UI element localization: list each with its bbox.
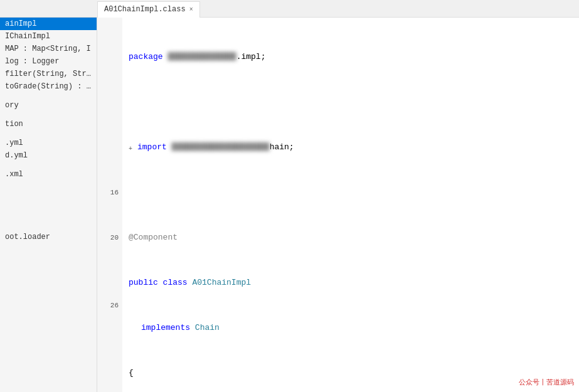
tab-bar: A01ChainImpl.class ×	[0, 0, 579, 18]
sidebar-item-dyml[interactable]: d.yml	[0, 149, 97, 162]
sidebar: ainImpl IChainImpl MAP : Map<String, I l…	[0, 18, 97, 392]
code-line-class-decl: public class A01ChainImpl	[129, 277, 579, 289]
expand-icon[interactable]: +	[129, 144, 136, 151]
line-numbers: 16 20 26 34	[97, 18, 122, 392]
sidebar-item-map[interactable]: MAP : Map<String, I	[0, 43, 97, 55]
sidebar-item-ory[interactable]: ory	[0, 99, 97, 112]
sidebar-item-tograde[interactable]: toGrade(String) : int	[0, 80, 97, 93]
sidebar-item-yml[interactable]: .yml	[0, 137, 97, 149]
sidebar-item-chainimpl-active[interactable]: ainImpl	[0, 18, 97, 30]
tab-label: A01ChainImpl.class	[104, 5, 186, 14]
sidebar-item-log[interactable]: log : Logger	[0, 55, 97, 68]
sidebar-item-tion[interactable]: tion	[0, 118, 97, 130]
code-line-implements: implements Chain	[129, 322, 579, 334]
sidebar-item-ichainimpl[interactable]: IChainImpl	[0, 30, 97, 43]
code-line-blank1	[129, 97, 579, 108]
code-line-open-brace1: {	[129, 368, 579, 379]
sidebar-item-xml[interactable]: .xml	[0, 168, 97, 181]
code-line-import: +import ████████████████████hain;	[129, 142, 579, 153]
code-line-annotation: @Component	[129, 232, 579, 243]
sidebar-item-bootloader[interactable]: oot.loader	[0, 231, 97, 243]
tab-close-icon[interactable]: ×	[189, 6, 193, 13]
code-line-blank2	[129, 187, 579, 198]
editor[interactable]: 16 20 26 34	[97, 18, 579, 392]
code-content: package ██████████████.impl; +import ███…	[122, 18, 579, 392]
file-tab[interactable]: A01ChainImpl.class ×	[97, 1, 200, 18]
code-line-package: package ██████████████.impl;	[129, 51, 579, 63]
sidebar-item-filter[interactable]: filter(String, String, ir	[0, 68, 97, 80]
